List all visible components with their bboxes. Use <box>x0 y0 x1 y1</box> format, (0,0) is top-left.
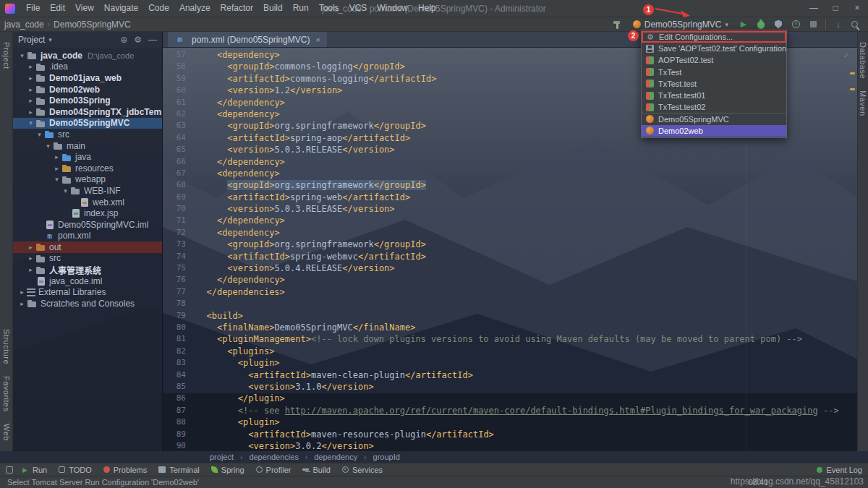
run-config-item-demo05springmvc[interactable]: Demo05SpringMVC <box>642 113 786 124</box>
chevron-right-icon[interactable]: ▸ <box>26 86 35 93</box>
run-button[interactable]: ▶ <box>739 19 749 30</box>
chevron-right-icon[interactable]: ▸ <box>17 300 27 307</box>
tree-item-web-inf[interactable]: ▾WEB-INF <box>13 185 162 197</box>
xml-breadcrumb-project[interactable]: project <box>210 453 234 461</box>
menu-edit[interactable]: Edit <box>45 0 70 17</box>
tree-item-out[interactable]: ▸out <box>13 241 162 253</box>
tree-item-java[interactable]: ▸java <box>13 151 162 163</box>
toolwindow-button-build[interactable]: Build <box>297 463 336 476</box>
menu-code[interactable]: Code <box>143 0 174 17</box>
code-line-88[interactable]: 88 <plugin> <box>163 416 857 428</box>
editor-tab-pom-xml[interactable]: m pom.xml (Demo05SpringMVC) × <box>168 32 327 47</box>
code-line-70[interactable]: 70 <version>5.0.3.RELEASE</version> <box>163 203 857 215</box>
toolwindow-tab-database[interactable]: Database <box>859 42 867 79</box>
coverage-button[interactable] <box>773 19 783 30</box>
run-config-combo[interactable]: Demo05SpringMVC ▾ <box>630 19 731 30</box>
tree-item-java_code[interactable]: ▾java_codeD:\java_code <box>13 50 162 61</box>
code-line-78[interactable]: 78 <box>163 298 857 309</box>
code-line-65[interactable]: 65 <version>5.0.3.RELEASE</version> <box>163 144 857 155</box>
nav-crumb-java_code[interactable]: java_code <box>4 20 44 30</box>
chevron-right-icon[interactable]: ▸ <box>26 63 35 70</box>
menu-window[interactable]: Window <box>372 0 413 17</box>
code-line-85[interactable]: 85 <version>3.1.0</version> <box>163 381 857 393</box>
stop-button[interactable] <box>808 19 818 30</box>
tree-item-index-jsp[interactable]: index.jsp <box>13 207 162 219</box>
chevron-right-icon[interactable]: ▸ <box>52 153 61 160</box>
tree-item-demo01java_web[interactable]: ▸Demo01java_web <box>13 72 162 84</box>
toolwindow-tab-project[interactable]: Project <box>2 42 11 69</box>
chevron-right-icon[interactable]: ▸ <box>26 74 35 82</box>
profiler-button[interactable] <box>791 19 801 30</box>
chevron-down-icon[interactable]: ▾ <box>17 52 27 59</box>
tree-item-src[interactable]: ▸src <box>13 253 162 265</box>
build-hammer-icon[interactable] <box>613 19 623 30</box>
chevron-right-icon[interactable]: ▸ <box>52 165 61 172</box>
menu-run[interactable]: Run <box>288 0 314 17</box>
menu-vcs[interactable]: VCS <box>344 0 373 17</box>
toolwindow-button-profiler[interactable]: Profiler <box>250 463 297 476</box>
search-everywhere-icon[interactable] <box>851 19 861 30</box>
hide-panel-icon[interactable]: — <box>148 35 157 45</box>
code-line-89[interactable]: 89 <artifactId>maven-resources-plugin</a… <box>163 429 857 440</box>
code-line-69[interactable]: 69 <artifactId>spring-web</artifactId> <box>163 192 857 203</box>
menu-refactor[interactable]: Refactor <box>216 0 258 17</box>
chevron-right-icon[interactable]: ▸ <box>26 254 35 262</box>
run-config-item-txtest-test02[interactable]: TxTest.test02 <box>642 101 786 113</box>
run-config-item-txtest-test[interactable]: TxTest.test <box>642 78 786 90</box>
code-line-84[interactable]: 84 <artifactId>maven-clean-plugin</artif… <box>163 369 857 381</box>
code-line-66[interactable]: 66 </dependency> <box>163 156 857 168</box>
code-line-76[interactable]: 76 </dependency> <box>163 274 857 286</box>
code-line-73[interactable]: 73 <groupId>org.springframework</groupId… <box>163 239 857 250</box>
tree-item-external-libraries[interactable]: ▸External Libraries <box>13 286 162 298</box>
tree-item-demo03spring[interactable]: ▸Demo03Spring <box>13 95 162 106</box>
code-line-71[interactable]: 71 </dependency> <box>163 215 857 226</box>
chevron-down-icon[interactable]: ▾ <box>52 176 61 183</box>
xml-breadcrumb-groupid[interactable]: groupId <box>373 453 400 461</box>
code-line-83[interactable]: 83 <plugin> <box>163 357 857 369</box>
toolwindow-tab-structure[interactable]: Structure <box>2 329 11 364</box>
code-line-77[interactable]: 77 </dependencies> <box>163 286 857 298</box>
code-line-82[interactable]: 82 <plugins> <box>163 346 857 357</box>
menu-navigate[interactable]: Navigate <box>99 0 143 17</box>
code-line-75[interactable]: 75 <version>5.0.4.RELEASE</version> <box>163 262 857 274</box>
menu-view[interactable]: View <box>70 0 99 17</box>
nav-crumb-demo05springmvc[interactable]: Demo05SpringMVC <box>54 20 131 30</box>
toolwindow-button-spring[interactable]: Spring <box>205 463 250 476</box>
warning-stripe-mark[interactable] <box>850 72 855 74</box>
toolwindow-switcher-icon[interactable] <box>6 466 13 474</box>
toolwindow-button-problems[interactable]: Problems <box>98 463 153 476</box>
chevron-down-icon[interactable]: ▾ <box>48 36 52 43</box>
code-line-81[interactable]: 81 <pluginManagement><!-- lock down plug… <box>163 333 857 345</box>
xml-breadcrumb-dependency[interactable]: dependency <box>314 453 357 461</box>
tab-close-icon[interactable]: × <box>315 35 320 44</box>
run-config-item-aoptest02-test[interactable]: AOPTest02.test <box>642 54 786 66</box>
menu-tools[interactable]: Tools <box>314 0 344 17</box>
code-line-72[interactable]: 72 <dependency> <box>163 227 857 239</box>
menu-build[interactable]: Build <box>258 0 288 17</box>
code-line-90[interactable]: 90 <version>3.0.2</version> <box>163 440 857 451</box>
chevron-down-icon[interactable]: ▾ <box>43 142 53 150</box>
debug-button[interactable] <box>756 19 766 30</box>
run-config-item-edit-configurations[interactable]: ⚙Edit Configurations... <box>642 31 786 43</box>
toolwindow-button-todo[interactable]: TODO <box>53 463 98 476</box>
toolwindow-tab-web[interactable]: Web <box>2 424 11 441</box>
toolwindow-button-terminal[interactable]: Terminal <box>153 463 205 476</box>
menu-help[interactable]: Help <box>413 0 441 17</box>
chevron-down-icon[interactable]: ▾ <box>61 187 70 194</box>
toolwindow-tab-maven[interactable]: Maven <box>859 90 867 116</box>
locate-file-icon[interactable]: ⊕ <box>120 35 127 45</box>
tree-item-demo02web[interactable]: ▸Demo02web <box>13 84 162 95</box>
run-config-item-save-aoptest02-test-configuration[interactable]: Save 'AOPTest02.test' Configuration <box>642 43 786 54</box>
tree-item-webapp[interactable]: ▾webapp <box>13 174 162 186</box>
chevron-right-icon[interactable]: ▸ <box>17 288 27 296</box>
tree-item-main[interactable]: ▾main <box>13 140 162 152</box>
chevron-right-icon[interactable]: ▸ <box>26 266 35 273</box>
xml-breadcrumb-dependencies[interactable]: dependencies <box>249 453 299 461</box>
code-line-67[interactable]: 67 <dependency> <box>163 168 857 179</box>
toolwindow-tab-favorites[interactable]: Favorites <box>2 376 11 412</box>
chevron-right-icon[interactable]: ▸ <box>26 108 35 116</box>
tree-item-java_code-iml[interactable]: java_code.iml <box>13 275 162 287</box>
code-line-86[interactable]: 86 </plugin> <box>163 393 857 404</box>
menu-analyze[interactable]: Analyze <box>174 0 216 17</box>
tree-item-demo05springmvc[interactable]: ▾Demo05SpringMVC <box>13 118 162 129</box>
